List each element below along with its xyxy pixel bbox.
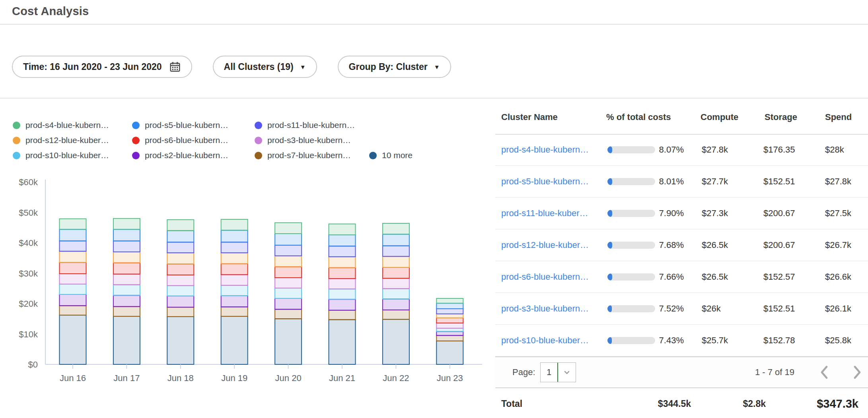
caret-down-icon: ▼ bbox=[434, 64, 440, 70]
legend-item[interactable]: prod-s3-blue-kubern… bbox=[255, 135, 369, 145]
column-header-spend: Spend bbox=[825, 112, 852, 122]
legend-swatch bbox=[132, 122, 140, 129]
cluster-name-link[interactable]: prod-s10-blue-kuber… bbox=[501, 335, 589, 346]
table-row: prod-s11-blue-kuber…7.90%$27.3k$200.67$2… bbox=[495, 197, 868, 229]
svg-text:Jun 18: Jun 18 bbox=[167, 373, 194, 383]
pct-value: 7.66% bbox=[652, 272, 684, 282]
pct-progress-bar bbox=[607, 146, 655, 153]
pct-progress-bar bbox=[607, 210, 655, 217]
cluster-name-link[interactable]: prod-s12-blue-kuber… bbox=[501, 240, 589, 250]
legend-item[interactable]: prod-s6-blue-kubern… bbox=[132, 135, 255, 145]
table-row: prod-s12-blue-kuber…7.68%$26.5k$200.67$2… bbox=[495, 229, 868, 261]
legend-label: prod-s6-blue-kubern… bbox=[145, 135, 228, 145]
legend-swatch bbox=[255, 122, 262, 129]
svg-text:$10k: $10k bbox=[19, 329, 38, 339]
table-row: prod-s6-blue-kubern…7.66%$26.5k$152.57$2… bbox=[495, 261, 868, 293]
svg-text:Jun 23: Jun 23 bbox=[437, 373, 463, 383]
pct-progress-fill bbox=[607, 273, 612, 281]
table-total-row: Total $344.5k $2.8k $347.3k bbox=[495, 389, 868, 418]
legend-label: prod-s7-blue-kubern… bbox=[267, 151, 351, 160]
legend-item[interactable]: prod-s2-blue-kubern… bbox=[132, 151, 255, 160]
pct-value: 7.43% bbox=[652, 335, 684, 346]
group-by-filter[interactable]: Group By: Cluster ▼ bbox=[338, 56, 451, 78]
svg-text:$40k: $40k bbox=[19, 238, 38, 248]
table-row: prod-s4-blue-kubern…8.07%$27.8k$176.35$2… bbox=[495, 134, 868, 166]
legend-swatch bbox=[369, 152, 377, 159]
page-select-value: 1 bbox=[541, 363, 557, 382]
legend-label: prod-s2-blue-kubern… bbox=[145, 151, 228, 160]
group-by-label: Group By: Cluster bbox=[349, 62, 428, 72]
legend-swatch bbox=[132, 152, 140, 159]
cluster-name-link[interactable]: prod-s4-blue-kubern… bbox=[501, 145, 589, 155]
storage-value: $176.35 bbox=[763, 145, 795, 155]
pct-progress-fill bbox=[607, 337, 612, 344]
svg-text:Jun 21: Jun 21 bbox=[329, 373, 355, 383]
clusters-filter-label: All Clusters (19) bbox=[224, 62, 294, 72]
legend-item[interactable]: prod-s11-blue-kubern… bbox=[255, 120, 369, 130]
column-header-storage: Storage bbox=[765, 112, 797, 122]
spend-value: $27.8k bbox=[825, 176, 851, 187]
cluster-name-link[interactable]: prod-s3-blue-kubern… bbox=[501, 304, 589, 314]
table-row: prod-s3-blue-kubern…7.52%$26k$152.51$26.… bbox=[495, 293, 868, 325]
page-label: Page: bbox=[512, 367, 535, 377]
chevron-right-icon[interactable] bbox=[852, 365, 862, 379]
total-spend: $347.3k bbox=[786, 397, 858, 410]
legend-item[interactable]: prod-s10-blue-kuber… bbox=[13, 151, 132, 160]
legend-label: prod-s12-blue-kuber… bbox=[25, 135, 109, 145]
cluster-name-link[interactable]: prod-s6-blue-kubern… bbox=[501, 272, 589, 282]
pct-progress-bar bbox=[607, 178, 655, 185]
svg-text:Jun 22: Jun 22 bbox=[383, 373, 409, 383]
svg-text:Jun 17: Jun 17 bbox=[113, 373, 140, 383]
pct-value: 8.07% bbox=[652, 145, 684, 155]
svg-text:$50k: $50k bbox=[19, 208, 38, 218]
pct-progress-bar bbox=[607, 242, 655, 249]
legend-item[interactable]: 10 more bbox=[369, 151, 413, 160]
pagination-bar: Page: 1 1 - 7 of 19 bbox=[495, 356, 868, 388]
time-range-label: Time: 16 Jun 2020 - 23 Jun 2020 bbox=[23, 62, 162, 72]
column-header-cluster-name: Cluster Name bbox=[501, 112, 558, 122]
legend-item[interactable]: prod-s4-blue-kubern… bbox=[13, 120, 132, 130]
storage-value: $152.78 bbox=[763, 335, 795, 346]
pct-value: 8.01% bbox=[652, 176, 684, 187]
total-storage: $2.8k bbox=[710, 398, 766, 409]
page-select[interactable]: 1 bbox=[540, 362, 576, 382]
calendar-icon bbox=[169, 61, 181, 73]
pct-progress-bar bbox=[607, 337, 655, 344]
pct-progress-bar bbox=[607, 273, 655, 281]
svg-text:Jun 16: Jun 16 bbox=[60, 373, 86, 383]
spend-value: $27.5k bbox=[825, 208, 851, 219]
pct-progress-fill bbox=[607, 210, 612, 217]
legend-item[interactable]: prod-s7-blue-kubern… bbox=[255, 151, 369, 160]
spend-value: $26.1k bbox=[825, 304, 851, 314]
table-row: prod-s5-blue-kubern…8.01%$27.7k$152.51$2… bbox=[495, 166, 868, 197]
chevron-left-icon[interactable] bbox=[819, 365, 829, 379]
legend-swatch bbox=[13, 137, 20, 144]
pct-value: 7.90% bbox=[652, 208, 684, 219]
compute-value: $26.5k bbox=[702, 272, 728, 282]
storage-value: $200.67 bbox=[763, 208, 795, 219]
legend-swatch bbox=[132, 137, 140, 144]
cost-bar-chart[interactable]: $0$10k$20k$30k$40k$50k$60kJun 16Jun 17Ju… bbox=[0, 171, 489, 402]
table-row: prod-s10-blue-kuber…7.43%$25.7k$152.78$2… bbox=[495, 325, 868, 356]
cost-analysis-page: Cost Analysis Time: 16 Jun 2020 - 23 Jun… bbox=[0, 0, 868, 418]
cluster-name-link[interactable]: prod-s5-blue-kubern… bbox=[501, 176, 589, 187]
svg-text:$0: $0 bbox=[28, 360, 38, 370]
spend-value: $26.7k bbox=[825, 240, 851, 250]
legend-item[interactable]: prod-s5-blue-kubern… bbox=[132, 120, 255, 130]
compute-value: $27.8k bbox=[702, 145, 728, 155]
cluster-name-link[interactable]: prod-s11-blue-kuber… bbox=[501, 208, 588, 219]
legend-swatch bbox=[255, 152, 262, 159]
time-range-filter[interactable]: Time: 16 Jun 2020 - 23 Jun 2020 bbox=[12, 56, 192, 78]
pagination-range: 1 - 7 of 19 bbox=[726, 367, 794, 377]
spend-value: $25.8k bbox=[825, 335, 851, 346]
pct-progress-fill bbox=[607, 305, 612, 312]
pct-progress-bar bbox=[607, 305, 655, 312]
pct-progress-fill bbox=[607, 146, 612, 153]
total-compute: $344.5k bbox=[634, 398, 691, 409]
storage-value: $200.67 bbox=[763, 240, 795, 250]
legend-item[interactable]: prod-s12-blue-kuber… bbox=[13, 135, 132, 145]
filter-bar: Time: 16 Jun 2020 - 23 Jun 2020 All Clus… bbox=[12, 56, 451, 78]
legend-swatch bbox=[13, 122, 20, 129]
cluster-cost-table: Cluster Name % of total costs Compute St… bbox=[495, 0, 868, 418]
clusters-filter[interactable]: All Clusters (19) ▼ bbox=[213, 56, 317, 78]
